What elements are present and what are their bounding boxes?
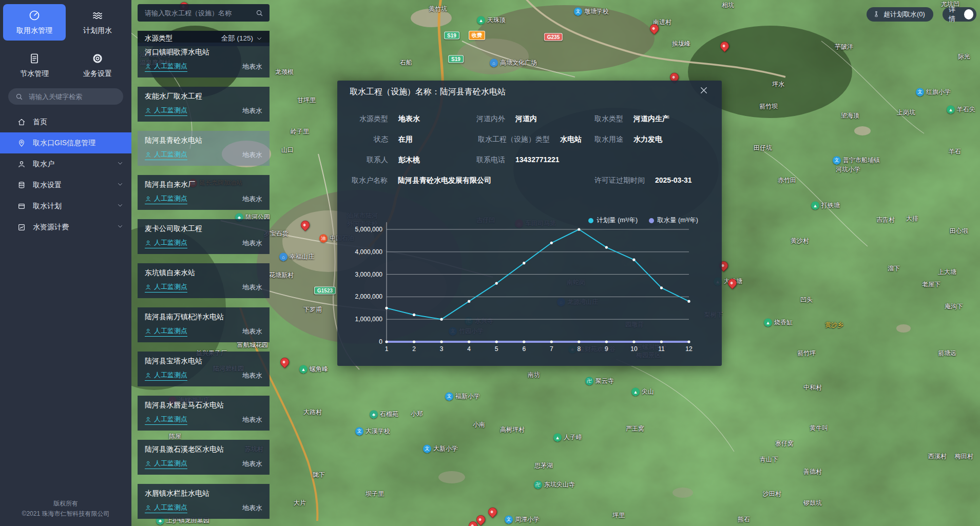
school-poi-icon[interactable]: 文 xyxy=(423,444,431,453)
station-card[interactable]: 河口镇唱歌潭水电站人工监测点地表水 xyxy=(138,43,270,77)
monitor-type-link[interactable]: 人工监测点 xyxy=(145,326,187,337)
station-name: 陆河县水唇走马石水电站 xyxy=(145,401,262,410)
place-name: 庵沟下 xyxy=(945,302,963,311)
monitor-type-link[interactable]: 人工监测点 xyxy=(145,371,187,381)
svg-text:1: 1 xyxy=(385,345,389,353)
station-card[interactable]: 东坑镇自来水站人工监测点地表水 xyxy=(138,263,270,298)
station-card[interactable]: 陆河县宝塔水电站人工监测点地表水 xyxy=(138,352,270,386)
place-name: 高树坪村 xyxy=(500,425,525,434)
mountain-poi-icon[interactable]: ▲ xyxy=(477,16,485,24)
chevron-down-icon xyxy=(256,35,262,42)
park-poi-icon[interactable]: ♣ xyxy=(370,410,378,418)
station-card[interactable]: 陆河县激石溪老区水电站人工监测点地表水 xyxy=(138,440,270,475)
monitor-type-label: 人工监测点 xyxy=(154,194,187,203)
sidebar-item-db[interactable]: 取水设置 xyxy=(0,174,131,196)
sidebar-item-home[interactable]: 首页 xyxy=(0,111,131,132)
station-search[interactable] xyxy=(138,4,270,22)
person-icon xyxy=(145,107,151,114)
map-place-label: 高树坪村 xyxy=(500,425,525,434)
school-poi-icon[interactable]: 文 xyxy=(505,515,513,523)
station-card[interactable]: 友能水厂取水工程人工监测点地表水 xyxy=(138,87,270,122)
monitor-type-link[interactable]: 人工监测点 xyxy=(145,194,187,204)
close-icon[interactable] xyxy=(699,86,708,95)
svg-text:3: 3 xyxy=(440,345,444,353)
map-place-label: 寨仔窝 xyxy=(775,439,794,448)
detail-field: 水源类型地表水 xyxy=(359,114,420,124)
map-place-label: 小南 xyxy=(473,420,485,429)
school-poi-icon[interactable]: 文 xyxy=(916,88,924,96)
over-plan-label: 超计划取水(0) xyxy=(883,10,925,19)
monitor-type-link[interactable]: 人工监测点 xyxy=(145,459,187,469)
monitor-type-link[interactable]: 人工监测点 xyxy=(145,62,187,72)
map-place-label: 花塘新村 xyxy=(269,271,294,280)
place-name: 善德村 xyxy=(803,467,822,476)
temple-poi-icon[interactable]: 卍 xyxy=(585,377,593,385)
monitor-type-link[interactable]: 人工监测点 xyxy=(145,503,187,513)
sidebar-item-person[interactable]: 取水户 xyxy=(0,153,131,174)
sidebar-item-card[interactable]: 取水计划 xyxy=(0,196,131,217)
road-badge: G1523 xyxy=(314,287,336,295)
monitor-type-label: 人工监测点 xyxy=(154,106,187,115)
module-gauge-tile[interactable]: 取用水管理 xyxy=(3,4,66,41)
monitor-type-link[interactable]: 人工监测点 xyxy=(145,106,187,116)
station-card[interactable]: 陆河县南万镇杞洋水电站人工监测点地表水 xyxy=(138,307,270,342)
school-poi-icon[interactable]: 文 xyxy=(445,392,453,400)
map-marker-pin[interactable] xyxy=(278,356,291,368)
mountain-poi-icon[interactable]: ▲ xyxy=(947,105,955,113)
place-name: 福新小学 xyxy=(455,392,480,401)
place-name: 高塘文化广场 xyxy=(500,59,537,67)
svg-text:7: 7 xyxy=(550,345,553,353)
station-panel[interactable]: 水源类型 全部 (125) 河口镇唱歌潭水电站人工监测点地表水友能水厂取水工程人… xyxy=(138,0,270,526)
school-poi-icon[interactable]: 文 xyxy=(833,156,841,164)
toggle-knob[interactable] xyxy=(964,9,973,20)
map-place-label: 芋陂洋 xyxy=(835,43,853,51)
module-waves-tile[interactable]: 计划用水 xyxy=(66,4,129,41)
station-card[interactable]: 水唇镇水栏肚水电站人工监测点地表水 xyxy=(138,484,270,519)
mountain-poi-icon[interactable]: ▲ xyxy=(811,201,819,209)
sidebar-search[interactable] xyxy=(8,88,123,105)
map-marker-pin[interactable] xyxy=(299,219,311,231)
module-doc-tile[interactable]: 节水管理 xyxy=(3,47,66,84)
station-search-input[interactable] xyxy=(144,9,256,17)
monitor-type-link[interactable]: 人工监测点 xyxy=(145,238,187,248)
svg-text:2,000,000: 2,000,000 xyxy=(355,293,383,300)
sidebar-item-pin[interactable]: 取水口GIS信息管理 xyxy=(0,132,131,153)
map-place-label: 凹头 xyxy=(800,296,813,304)
map-marker-pin[interactable] xyxy=(718,40,731,52)
mountain-poi-icon[interactable]: ▲ xyxy=(631,387,640,396)
temple-poi-icon[interactable]: 卍 xyxy=(534,480,542,489)
monitor-type-link[interactable]: 人工监测点 xyxy=(145,150,187,160)
place-name: 墩塘学校 xyxy=(584,7,609,16)
school-poi-icon[interactable]: 文 xyxy=(355,427,363,435)
mountain-poi-icon[interactable]: ▲ xyxy=(299,365,308,373)
home-icon xyxy=(17,118,26,126)
svg-text:0: 0 xyxy=(379,338,382,345)
mountain-poi-icon[interactable]: ▲ xyxy=(553,433,562,441)
station-card[interactable]: 陆河县水唇走马石水电站人工监测点地表水 xyxy=(138,396,270,431)
map-place-label: 羊石 xyxy=(949,147,961,156)
module-gear-tile[interactable]: 业务设置 xyxy=(66,47,129,84)
svg-text:2: 2 xyxy=(412,345,416,353)
map-marker-pin[interactable] xyxy=(486,505,498,518)
station-card[interactable]: 麦卡公司取水工程人工监测点地表水 xyxy=(138,219,270,254)
resort-poi-icon[interactable]: ⌂ xyxy=(490,59,498,67)
mountain-poi-icon[interactable]: ▲ xyxy=(764,318,772,326)
school-poi-icon[interactable]: 文 xyxy=(574,7,582,15)
over-plan-alert-button[interactable]: 超计划取水(0) xyxy=(867,7,933,22)
station-card[interactable]: 陆河县青砼水电站人工监测点地表水 xyxy=(138,131,270,166)
station-card[interactable]: 陆河县自来水厂人工监测点地表水 xyxy=(138,175,270,210)
filter-dropdown[interactable]: 全部 (125) xyxy=(221,34,262,43)
sidebar-item-chart[interactable]: 水资源计费 xyxy=(0,217,131,238)
monitor-type-link[interactable]: 人工监测点 xyxy=(145,282,187,293)
gas-poi-icon[interactable]: 油 xyxy=(319,234,328,242)
resort-poi-icon[interactable]: ⌂ xyxy=(279,252,287,261)
module-label: 计划用水 xyxy=(83,26,112,35)
water-source-type: 地表水 xyxy=(242,194,262,204)
sidebar-search-input[interactable] xyxy=(28,92,112,101)
monitor-type-link[interactable]: 人工监测点 xyxy=(145,415,187,425)
map-place-label: ▲烧香缸 xyxy=(764,318,793,327)
place-name: 岭子里 xyxy=(291,127,309,136)
detail-toggle[interactable]: 详情 xyxy=(943,7,976,22)
map-place-label: 石船 xyxy=(400,59,412,67)
search-icon[interactable] xyxy=(256,9,263,17)
